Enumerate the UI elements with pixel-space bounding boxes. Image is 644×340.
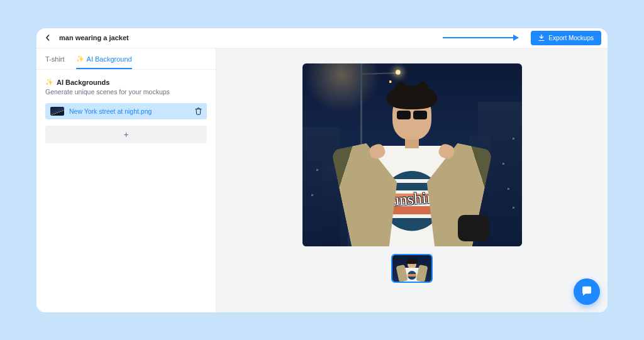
tab-ai-background[interactable]: ✨ AI Background <box>76 55 132 69</box>
ai-backgrounds-panel: ✨ AI Backgrounds Generate unique scenes … <box>36 70 216 152</box>
page-title: man wearing a jacket <box>59 34 129 41</box>
export-mockups-button[interactable]: Export Mockups <box>531 31 601 45</box>
back-button[interactable] <box>43 33 53 43</box>
mockup-preview[interactable]: Sunshine <box>303 63 522 246</box>
hint-arrow <box>443 37 518 38</box>
background-file-item[interactable]: New York street at night.png <box>45 103 207 119</box>
person-graphic: Sunshine <box>330 85 494 246</box>
sidebar: T-shirt ✨ AI Background ✨ AI Backgrounds… <box>36 48 216 312</box>
chat-fab-button[interactable] <box>574 278 600 305</box>
header-bar: man wearing a jacket Export Mockups <box>36 28 608 48</box>
add-background-button[interactable]: + <box>45 126 207 143</box>
plus-icon: + <box>123 129 128 140</box>
app-window: man wearing a jacket Export Mockups T-sh… <box>36 28 608 312</box>
panel-title: ✨ AI Backgrounds <box>45 79 207 86</box>
tab-bar: T-shirt ✨ AI Background <box>36 48 216 70</box>
file-name-label: New York street at night.png <box>69 107 190 115</box>
sparkles-icon: ✨ <box>76 55 84 62</box>
file-thumbnail <box>50 107 64 116</box>
trash-icon <box>195 107 202 115</box>
tab-tshirt[interactable]: T-shirt <box>45 55 65 69</box>
chevron-left-icon <box>45 35 51 41</box>
panel-description: Generate unique scenes for your mockups <box>45 88 207 96</box>
delete-file-button[interactable] <box>195 107 202 115</box>
download-icon <box>538 35 545 41</box>
chat-icon <box>581 286 592 297</box>
sparkles-icon: ✨ <box>45 79 53 85</box>
export-label: Export Mockups <box>548 35 594 41</box>
mockup-thumbnail[interactable] <box>392 255 431 282</box>
app-body: T-shirt ✨ AI Background ✨ AI Backgrounds… <box>36 48 608 312</box>
canvas-area: Sunshine <box>216 48 608 312</box>
